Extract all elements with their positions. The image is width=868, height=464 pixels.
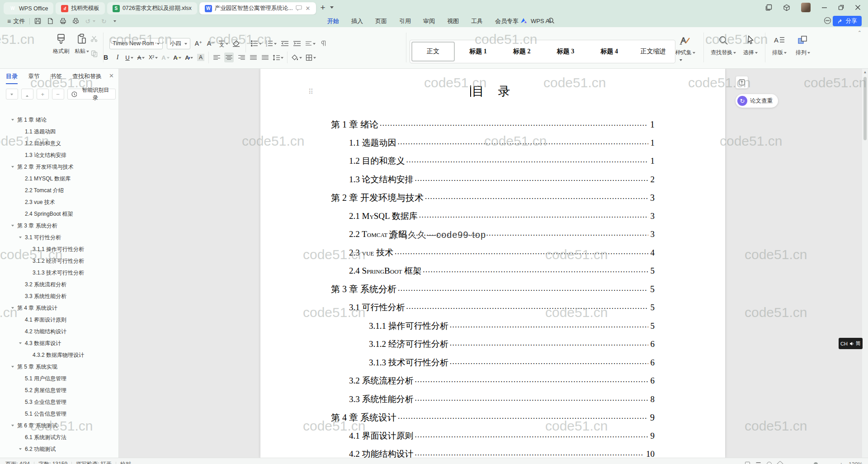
ribbon-tab-插入[interactable]: 插入 [351, 17, 363, 25]
copy-icon[interactable] [91, 50, 98, 59]
sidebar-tab-章节[interactable]: 章节 [28, 72, 40, 84]
grow-font-button[interactable]: A⁺ [194, 38, 203, 48]
user-avatar[interactable] [801, 3, 811, 12]
caret-down-icon[interactable] [11, 425, 14, 428]
outline-item[interactable]: 1.3 论文结构安排 [0, 149, 118, 161]
outline-item[interactable]: 4.1 界面设计原则 [0, 314, 118, 326]
outline-item[interactable]: 第 2 章 开发环境与技术 [0, 161, 118, 173]
status-item[interactable]: 字数: 13159 [38, 460, 67, 464]
sidebar-tab-目录[interactable]: 目录 [6, 72, 18, 84]
app-center-cube-icon[interactable] [783, 4, 790, 11]
caret-down-icon[interactable] [11, 366, 14, 369]
outline-item[interactable]: 3.3 系统性能分析 [0, 290, 118, 302]
increase-indent-button[interactable] [293, 38, 301, 48]
paragraph-layout-button[interactable] [320, 38, 328, 48]
find-replace-button[interactable]: 查找替换 [707, 35, 740, 57]
style-cell-3[interactable]: 标题 3 [544, 40, 588, 63]
style-cell-4[interactable]: 标题 4 [587, 40, 631, 63]
shading-bucket-button[interactable] [291, 52, 302, 62]
text-effect-button[interactable]: A [161, 52, 170, 62]
justify-button[interactable] [249, 52, 257, 62]
tab-list-chevron-icon[interactable] [330, 6, 334, 10]
style-cell-5[interactable]: 正文缩进 [631, 40, 675, 63]
ribbon-tab-开始[interactable]: 开始 [327, 17, 339, 25]
outline-item[interactable]: 第 5 章 系统实现 [0, 361, 118, 373]
caret-down-icon[interactable] [11, 119, 14, 122]
outline-item[interactable]: 5.1 公告信息管理 [0, 408, 118, 420]
sidebar-close-icon[interactable]: ✕ [109, 72, 114, 79]
outline-item[interactable]: 第 4 章 系统设计 [0, 302, 118, 314]
stack-windows-icon[interactable] [765, 4, 772, 11]
zoom-slider-knob[interactable] [814, 462, 818, 464]
outline-item[interactable]: 5.1 用户信息管理 [0, 373, 118, 384]
caret-down-icon[interactable] [11, 225, 14, 228]
numbered-list-button[interactable]: 123 [266, 38, 277, 48]
close-window-button[interactable] [855, 5, 861, 10]
sidebar-tab-查找和替换[interactable]: 查找和替换 [72, 72, 102, 84]
ribbon-tab-页面[interactable]: 页面 [375, 17, 387, 25]
align-right-button[interactable] [237, 52, 245, 62]
collapse-up-button[interactable] [21, 89, 33, 99]
window-tab-3[interactable]: W产业园区智慧公寓管理系统论...✕ [199, 2, 316, 14]
sidebar-tab-书签[interactable]: 书签 [50, 72, 62, 84]
zoom-out-outline-button[interactable]: − [52, 89, 64, 99]
outline-item[interactable]: 1.1 选题动因 [0, 126, 118, 137]
ime-indicator[interactable]: CH 简 [839, 338, 863, 349]
superscript-button[interactable]: X² [149, 52, 158, 62]
status-item[interactable]: 校对 [120, 460, 131, 464]
style-cell-0[interactable]: 正文 [411, 42, 455, 62]
outline-item[interactable]: 第 6 章 系统测试 [0, 420, 118, 431]
highlight-color-button[interactable]: A [173, 52, 181, 62]
outline-item[interactable]: 3.1 可行性分析 [0, 232, 118, 243]
share-button[interactable]: 分享 [833, 16, 862, 26]
eye-protect-icon[interactable] [745, 462, 750, 464]
caret-down-icon[interactable] [19, 342, 22, 346]
outline-item[interactable]: 第 1 章 绪论 [0, 114, 118, 126]
outline-item[interactable]: 2.4 SpringBoot 框架 [0, 208, 118, 220]
float-tool-button[interactable] [736, 76, 748, 89]
window-tab-1[interactable]: d找稻壳模板 [56, 2, 105, 14]
bold-button[interactable]: B [102, 52, 110, 62]
feedback-smiley-icon[interactable] [824, 17, 831, 26]
outline-item[interactable]: 2.1 MYSQL 数据库 [0, 173, 118, 185]
print-preview-icon[interactable] [72, 18, 79, 24]
zoom-out-button[interactable]: − [788, 461, 792, 464]
outline-view-icon[interactable] [767, 462, 772, 464]
undo-icon[interactable]: ↺ [85, 18, 90, 25]
new-tab-button[interactable]: + [321, 3, 326, 13]
character-shading-button[interactable]: A [197, 52, 205, 62]
ribbon-tab-审阅[interactable]: 审阅 [423, 17, 435, 25]
select-button[interactable]: 选择 [740, 35, 761, 57]
redo-icon[interactable]: ↻ [101, 18, 107, 25]
font-color-button[interactable]: A [185, 52, 193, 62]
vertical-scrollbar[interactable]: ▲ [862, 69, 868, 458]
page-view-icon[interactable] [756, 462, 761, 464]
outline-item[interactable]: 4.2 功能结构设计 [0, 326, 118, 337]
ribbon-tab-视图[interactable]: 视图 [447, 17, 459, 25]
caret-down-icon[interactable] [11, 307, 14, 310]
style-set-button[interactable]: A 样式集 [671, 35, 700, 57]
arrange-button[interactable]: 排列 [792, 35, 814, 57]
fullscreen-icon[interactable] [777, 461, 784, 464]
print-icon[interactable] [60, 18, 66, 24]
outline-item[interactable]: 3.1.2 经济可行性分析 [0, 255, 118, 267]
outline-item[interactable]: 5.3 企业信息管理 [0, 396, 118, 408]
align-center-button[interactable] [224, 52, 234, 62]
borders-button[interactable] [306, 52, 316, 62]
ribbon-tab-引用[interactable]: 引用 [399, 17, 411, 25]
font-size-select[interactable]: 小四 [167, 38, 190, 49]
style-cell-2[interactable]: 标题 2 [500, 40, 544, 63]
typeset-button[interactable]: A 排版 [769, 35, 790, 57]
search-icon[interactable] [548, 17, 555, 25]
window-tab-2[interactable]: S0726需求文档以及排期.xlsx [107, 2, 197, 14]
outline-item[interactable]: 4.3 数据库设计 [0, 337, 118, 349]
document-page[interactable]: ⠿ 目 录 第 1 章 绪论11.1 选题动因11.2 目的和意义11.3 论文… [260, 69, 725, 458]
comment-bubble-icon[interactable] [296, 5, 302, 12]
italic-button[interactable]: I [113, 52, 122, 62]
outline-item[interactable]: 4.3.2 数据库物理设计 [0, 349, 118, 361]
underline-button[interactable]: U [125, 52, 133, 62]
line-spacing-button[interactable] [273, 52, 283, 62]
close-tab-icon[interactable]: ✕ [306, 5, 311, 12]
outline-item[interactable]: 3.2 系统流程分析 [0, 279, 118, 290]
style-cell-1[interactable]: 标题 1 [456, 40, 500, 63]
